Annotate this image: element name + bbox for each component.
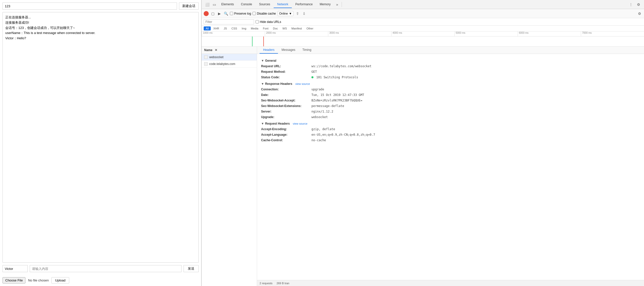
search-icon[interactable]: 🔍	[223, 11, 228, 16]
response-view-source-link[interactable]: view source	[295, 82, 310, 85]
hide-data-urls-checkbox[interactable]: Hide data URLs	[256, 20, 281, 24]
name-column-header: Name	[204, 48, 212, 52]
cache-control-label: Cache-Control:	[261, 138, 311, 142]
general-section-header[interactable]: ▼ General	[261, 59, 640, 62]
filter-all[interactable]: All	[204, 26, 211, 30]
filter-manifest[interactable]: Manifest	[290, 26, 304, 30]
detail-tab-headers[interactable]: Headers	[260, 47, 278, 54]
server-row: Server: nginx/1.12.2	[261, 109, 640, 114]
cache-control-value: no-cache	[311, 138, 326, 142]
upgrade-row: Upgrade: websocket	[261, 115, 640, 119]
filter-img[interactable]: Img	[240, 26, 248, 30]
devtools-panel: ⬜ ▭ Elements Console Sources Network Per…	[201, 0, 644, 286]
accept-language-row: Accept-Language: en-US,en;q=0.9,zh-CN;q=…	[261, 132, 640, 137]
request-url-label: Request URL:	[261, 64, 311, 68]
devtools-menu-button[interactable]: ⋮	[627, 1, 634, 8]
session-input[interactable]	[3, 3, 177, 10]
tab-memory[interactable]: Memory	[316, 1, 334, 8]
accept-encoding-label: Accept-Encoding:	[261, 127, 311, 131]
tab-network[interactable]: Network	[274, 1, 292, 8]
chevron-down-icon: ▼	[289, 12, 292, 15]
tab-console[interactable]: Console	[237, 1, 256, 8]
username-input[interactable]	[3, 265, 28, 272]
connection-label: Connection:	[261, 87, 311, 92]
top-bar: 新建会话	[3, 3, 199, 10]
inspect-icon[interactable]: ⬜	[204, 1, 211, 8]
response-headers-section-header[interactable]: ▼ Response Headers view source	[261, 82, 640, 86]
request-name-telabytes: code.telabytes.com	[209, 62, 235, 66]
request-method-value: GET	[311, 69, 317, 74]
transferred-size: 269 B tran	[276, 282, 289, 285]
request-view-source-link[interactable]: view source	[293, 122, 307, 125]
message-input[interactable]	[30, 265, 182, 272]
network-content: Name ✕ websocket code.telabytes.com Head…	[202, 47, 644, 286]
filter-types-bar: All XHR JS CSS Img Media Font Doc WS Man…	[202, 26, 644, 31]
requests-count: 2 requests	[260, 282, 272, 285]
accept-encoding-row: Accept-Encoding: gzip, deflate	[261, 127, 640, 131]
filter-bar: Hide data URLs	[202, 18, 644, 26]
sec-ws-ext-label: Sec-Websocket-Extensions:	[261, 104, 311, 108]
detail-panel: Headers Messages Timing ▼ General Reques…	[257, 47, 644, 286]
request-name-websocket: websocket	[209, 55, 224, 59]
filter-icon[interactable]: ▶	[217, 11, 222, 16]
filter-other[interactable]: Other	[304, 26, 315, 30]
filter-font[interactable]: Font	[261, 26, 270, 30]
input-row: 发送	[3, 265, 199, 272]
request-file-icon-2	[204, 62, 208, 66]
disable-cache-checkbox[interactable]: Disable cache	[253, 12, 276, 15]
status-code-value: 101 Switching Protocols	[311, 75, 358, 80]
chat-area: 正在连接服务器... 连接服务器成功! 会话号：123，创建会话成功，可以开始聊…	[3, 12, 199, 263]
filter-css[interactable]: CSS	[229, 26, 239, 30]
sec-ws-accept-label: Sec-Websocket-Accept:	[261, 98, 311, 103]
network-settings-icon[interactable]: ⚙	[637, 11, 642, 16]
request-item-websocket[interactable]: websocket	[202, 54, 257, 61]
request-method-row: Request Method: GET	[261, 69, 640, 74]
filter-media[interactable]: Media	[249, 26, 260, 30]
accept-language-value: en-US,en;q=0.9,zh-CN;q=0.8,zh;q=0.7	[311, 132, 375, 137]
request-url-value: ws://code.telabytes.com/websocket	[311, 64, 371, 68]
more-tabs[interactable]: »	[334, 2, 340, 8]
detail-tab-messages[interactable]: Messages	[278, 47, 299, 54]
tab-elements[interactable]: Elements	[218, 1, 237, 8]
export-icon[interactable]: ⇩	[302, 11, 307, 16]
upgrade-value: websocket	[311, 115, 328, 119]
response-headers-label: Response Headers	[265, 82, 292, 86]
devtools-top-right: ⋮ ⚙	[627, 1, 642, 8]
send-button[interactable]: 发送	[184, 265, 199, 272]
timeline-mark-5000: 5000 ms	[454, 31, 518, 36]
response-toggle-icon: ▼	[261, 82, 264, 86]
close-panel-button[interactable]: ✕	[214, 48, 218, 52]
sec-ws-ext-row: Sec-Websocket-Extensions: permessage-def…	[261, 104, 640, 108]
timeline-ruler: 1000 ms 2000 ms 3000 ms 4000 ms 5000 ms …	[202, 31, 644, 37]
network-toolbar: ▢ ▶ 🔍 Preserve log Disable cache Online …	[202, 9, 644, 18]
detail-tab-timing[interactable]: Timing	[299, 47, 315, 54]
filter-doc[interactable]: Doc	[271, 26, 280, 30]
date-row: Date: Tue, 15 Oct 2019 12:47:33 GMT	[261, 93, 640, 97]
status-code-label: Status Code:	[261, 75, 311, 80]
request-headers-section-header[interactable]: ▼ Request Headers view source	[261, 122, 640, 125]
file-row: Choose File No file chosen Upload	[3, 277, 199, 283]
clear-button[interactable]: ▢	[210, 11, 215, 16]
filter-ws[interactable]: WS	[280, 26, 289, 30]
tab-sources[interactable]: Sources	[256, 1, 274, 8]
accept-encoding-value: gzip, deflate	[311, 127, 335, 131]
upgrade-label: Upgrade:	[261, 115, 311, 119]
preserve-log-checkbox[interactable]: Preserve log	[230, 12, 251, 15]
filter-js[interactable]: JS	[222, 26, 229, 30]
import-icon[interactable]: ⇧	[295, 11, 300, 16]
throttle-select[interactable]: Online ▼	[277, 11, 294, 16]
devtools-tab-bar: ⬜ ▭ Elements Console Sources Network Per…	[202, 0, 644, 9]
devtools-settings-button[interactable]: ⚙	[635, 1, 642, 8]
tab-performance[interactable]: Performance	[292, 1, 316, 8]
request-item-telabytes[interactable]: code.telabytes.com	[202, 61, 257, 67]
upload-button[interactable]: Upload	[51, 277, 69, 283]
filter-input[interactable]	[204, 19, 254, 24]
status-green-dot	[311, 76, 313, 78]
new-chat-button[interactable]: 新建会话	[179, 3, 199, 10]
status-bar: 2 requests 269 B tran	[257, 280, 644, 286]
filter-xhr[interactable]: XHR	[211, 26, 221, 30]
detail-tab-bar: Headers Messages Timing	[257, 47, 644, 54]
choose-file-button[interactable]: Choose File	[3, 277, 25, 283]
device-icon[interactable]: ▭	[211, 1, 218, 8]
record-button[interactable]	[204, 11, 209, 16]
